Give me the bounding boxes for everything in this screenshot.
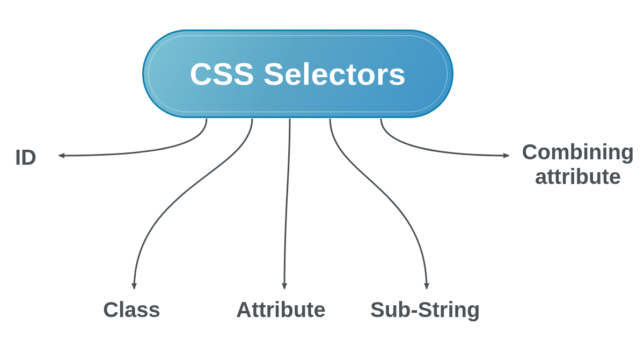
arrow-to-substring xyxy=(330,119,427,289)
arrow-to-attribute xyxy=(284,119,290,289)
leaf-substring: Sub-String xyxy=(370,297,480,322)
leaf-combining: Combining attribute xyxy=(516,139,640,189)
leaf-class: Class xyxy=(103,297,160,322)
leaf-attribute: Attribute xyxy=(236,297,326,322)
leaf-combining-line2: attribute xyxy=(535,165,621,188)
arrow-to-combining xyxy=(381,119,509,156)
arrow-to-id xyxy=(59,119,207,156)
leaf-combining-line1: Combining xyxy=(522,140,634,164)
arrow-to-class xyxy=(134,119,252,289)
root-title: CSS Selectors xyxy=(189,56,406,92)
leaf-id: ID xyxy=(15,145,36,170)
root-node: CSS Selectors xyxy=(142,30,453,118)
